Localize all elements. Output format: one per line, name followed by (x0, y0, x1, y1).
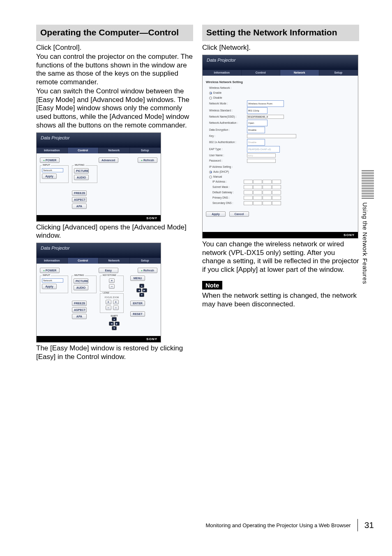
refresh-button[interactable]: ● Refresh (138, 158, 157, 163)
audio-button[interactable]: AUDIO (74, 285, 88, 290)
wireless-standard-select[interactable]: 802.11b/g (247, 107, 267, 114)
key-input[interactable] (247, 134, 296, 138)
focus-minus-button[interactable]: − (106, 306, 111, 310)
encryption-select[interactable]: Disable (247, 127, 265, 133)
sdns-2[interactable] (253, 201, 262, 205)
auth-select[interactable]: Open (247, 120, 267, 126)
shift-up-button[interactable]: ▲ (112, 317, 117, 321)
apa-button[interactable]: APA (72, 314, 87, 319)
apa-button[interactable]: APA (72, 204, 87, 209)
window-title: Data Projector (203, 55, 358, 70)
picture-button[interactable]: PICTURE (74, 168, 89, 174)
tab-control[interactable]: Control (68, 148, 99, 153)
power-button[interactable]: ● POWER (40, 268, 60, 273)
input-legend: INPUT (42, 274, 51, 276)
ip-4[interactable] (272, 180, 281, 184)
window-title: Data Projector (37, 243, 161, 258)
refresh-button[interactable]: ● Refresh (138, 268, 157, 273)
nav-right-button[interactable]: ▶ (142, 288, 147, 292)
password-input[interactable] (247, 159, 276, 163)
tab-network[interactable]: Network (99, 258, 130, 264)
apply-button[interactable]: Apply (42, 284, 57, 289)
tab-information[interactable]: Information (203, 70, 242, 76)
tab-network[interactable]: Network (280, 70, 319, 76)
auto-dhcp-radio[interactable] (209, 171, 212, 174)
picture-button[interactable]: PICTURE (74, 278, 88, 284)
input-select[interactable]: Network (42, 168, 63, 172)
shift-down-button[interactable]: ▼ (112, 326, 117, 330)
freeze-button[interactable]: FREEZE (72, 301, 87, 306)
tab-information[interactable]: Information (37, 148, 68, 153)
pdns-3[interactable] (263, 196, 272, 200)
input-select[interactable]: Network (42, 278, 63, 283)
keystone-plus-button[interactable]: + (109, 278, 115, 283)
eap-select[interactable]: PEAP(MS-CHAP v2) (247, 146, 280, 153)
audio-button[interactable]: AUDIO (74, 175, 89, 180)
tab-setup[interactable]: Setup (130, 258, 161, 264)
gw-2[interactable] (253, 190, 262, 195)
subnet-1[interactable] (244, 185, 253, 189)
nav-up-button[interactable]: ▲ (139, 284, 144, 288)
figure-network-settings: Data Projector Information Control Netwo… (202, 55, 358, 239)
power-button[interactable]: ● POWER (40, 158, 60, 163)
tab-stripes-icon (362, 170, 374, 200)
aspect-button[interactable]: ASPECT (72, 197, 87, 202)
tab-control[interactable]: Control (242, 70, 281, 76)
sdns-4[interactable] (272, 201, 281, 205)
manual-label: Manual (213, 175, 222, 178)
pdns-1[interactable] (244, 196, 253, 200)
subnet-2[interactable] (253, 185, 262, 189)
sdns-1[interactable] (244, 201, 253, 205)
pdns-4[interactable] (272, 196, 281, 200)
zoom-minus-button[interactable]: − (113, 306, 119, 310)
subnet-3[interactable] (263, 185, 272, 189)
freeze-button[interactable]: FREEZE (72, 190, 87, 196)
network-mode-select[interactable]: Wireless Access Point (247, 100, 284, 107)
focus-plus-button[interactable]: + (106, 300, 111, 304)
disable-radio[interactable] (209, 97, 212, 100)
gw-3[interactable] (263, 190, 272, 195)
enable-radio[interactable] (209, 92, 212, 95)
tab-information[interactable]: Information (37, 258, 68, 264)
manual-radio[interactable] (209, 176, 212, 178)
ip-2[interactable] (253, 180, 262, 184)
nav-down-button[interactable]: ▼ (139, 293, 144, 297)
wireless-standard-label: Wireless Standard : (209, 108, 247, 113)
easy-button[interactable]: Easy (99, 268, 118, 273)
tab-setup[interactable]: Setup (130, 148, 161, 153)
paragraph: Click [Network]. (202, 44, 359, 52)
keystone-minus-button[interactable]: − (109, 284, 115, 289)
username-input[interactable] (247, 153, 276, 158)
aspect-button[interactable]: ASPECT (72, 307, 87, 313)
tab-control[interactable]: Control (68, 258, 99, 264)
tab-network[interactable]: Network (99, 148, 130, 153)
zoom-plus-button[interactable]: + (113, 300, 119, 304)
muting-legend: MUTING (74, 164, 85, 166)
tab-setup[interactable]: Setup (319, 70, 358, 76)
ssid-input[interactable] (247, 115, 284, 119)
apply-button[interactable]: Apply (206, 211, 226, 217)
sdns-3[interactable] (263, 201, 272, 205)
reset-button[interactable]: RESET (130, 311, 145, 317)
ip-1[interactable] (244, 180, 253, 184)
shift-left-button[interactable]: ◀ (109, 322, 114, 326)
enter-button[interactable]: ENTER (130, 301, 145, 306)
8021x-select[interactable]: Disable (247, 139, 265, 146)
menu-button[interactable]: MENU (130, 276, 145, 281)
body-text-block: The [Easy Mode] window is restored by cl… (36, 344, 193, 361)
8021x-label: 802.1x Authentication : (209, 140, 247, 145)
ip-3[interactable] (263, 180, 272, 184)
apply-button[interactable]: Apply (42, 174, 57, 179)
shift-right-button[interactable]: ▶ (115, 322, 120, 326)
lens-legend: LENS (102, 292, 110, 294)
gw-1[interactable] (244, 190, 253, 195)
advanced-button[interactable]: Advanced (99, 158, 118, 163)
nav-left-button[interactable]: ◀ (136, 288, 141, 292)
cancel-button[interactable]: Cancel (229, 211, 249, 217)
wireless-section-title: Wireless Network Setting (206, 80, 355, 85)
page-number: 31 (364, 520, 374, 530)
pdns-2[interactable] (253, 196, 262, 200)
subnet-4[interactable] (272, 185, 281, 189)
subnet-label: Subnet Mask : (212, 185, 244, 190)
gw-4[interactable] (272, 190, 281, 195)
